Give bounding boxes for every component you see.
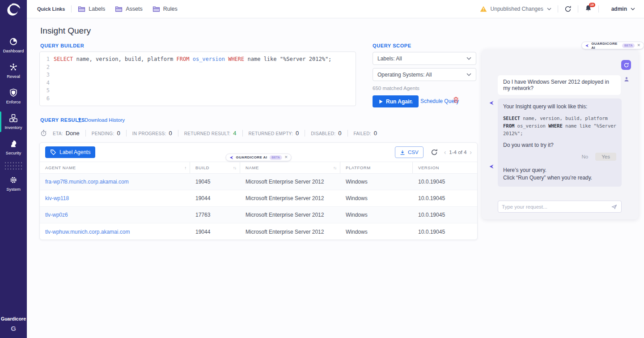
sidebar-item-label: Inventory	[4, 125, 22, 130]
sql-text: os_version	[514, 123, 548, 128]
guardicore-ai-pill[interactable]: GUARDICORE AI BETA ✕	[581, 42, 644, 49]
akamai-logo[interactable]	[0, 0, 27, 18]
trash-icon	[453, 96, 459, 103]
column-header-platform[interactable]: PLATFORM	[340, 162, 413, 173]
column-header-build[interactable]: BUILD↑↓	[190, 162, 240, 173]
sql-line: SELECT name, version, build, platform FR…	[54, 56, 331, 64]
ai-message-line: Here’s your query.	[503, 167, 616, 174]
sidebar-item-reveal[interactable]: Reveal	[0, 59, 27, 82]
nav-item-labels[interactable]: Labels	[78, 6, 105, 12]
page-previous-icon[interactable]: ‹	[444, 149, 446, 155]
divider	[347, 130, 348, 137]
operating-systems-dropdown[interactable]: Operating Systems: All	[373, 68, 476, 81]
close-icon[interactable]: ✕	[284, 155, 288, 159]
chevron-down-icon[interactable]	[631, 8, 635, 10]
query-builder-heading: QUERY BUILDER	[40, 43, 84, 48]
agent-link[interactable]: kiv-wp118	[45, 195, 69, 201]
play-icon	[378, 99, 383, 104]
label-agents-button[interactable]: Label Agents	[45, 146, 95, 158]
column-header-version[interactable]: VERSION	[413, 162, 477, 173]
folder-icon	[115, 6, 123, 12]
delete-query-button[interactable]	[453, 96, 459, 105]
schedule-query-link[interactable]: Schedule Query	[411, 98, 459, 104]
folder-icon	[78, 6, 85, 12]
ai-pill-brand: GUARDICORE AI	[236, 155, 267, 159]
refresh-results-button[interactable]	[431, 149, 438, 156]
send-button[interactable]	[611, 204, 618, 210]
sidebar-item-inventory[interactable]: Inventory	[0, 110, 27, 133]
stat-value: 0	[169, 130, 172, 137]
sidebar-item-enforce[interactable]: Enforce	[0, 85, 27, 108]
cell-platform: Windows	[340, 212, 413, 218]
ai-beta-badge: BETA	[622, 43, 635, 48]
agent-link[interactable]: tlv-wp0z6	[45, 212, 68, 218]
guardicore-ai-pill[interactable]: GUARDICORE AI BETA ✕	[226, 154, 292, 161]
sql-keyword: WHERE	[228, 56, 244, 62]
labels-dropdown[interactable]: Labels: All	[373, 52, 476, 65]
download-icon	[400, 150, 405, 155]
notifications-button[interactable]: 19	[585, 4, 592, 14]
nav-item-rules[interactable]: Rules	[153, 6, 178, 12]
top-bar-right: Unpublished Changes 19 admin	[480, 4, 635, 14]
ai-pill-brand: GUARDICORE AI	[591, 42, 620, 50]
cell-agent-name: tlv-wp0z6	[40, 212, 190, 218]
close-icon[interactable]: ✕	[637, 43, 640, 47]
ai-message-question: Do you want to try it?	[503, 141, 616, 149]
sql-keyword: FROM	[177, 56, 190, 62]
chat-input[interactable]	[502, 204, 611, 210]
table-row[interactable]: tlv-wphuw.munich.corp.akamai.com 19044 M…	[40, 223, 477, 240]
cell-build: 19045	[190, 179, 240, 185]
line-number: 6	[44, 95, 50, 103]
cell-build: 19044	[190, 195, 240, 201]
sidebar-item-label: Dashboard	[3, 48, 24, 53]
chevron-down-icon[interactable]	[547, 8, 551, 10]
cell-platform: Windows	[340, 195, 413, 201]
refresh-icon[interactable]	[564, 5, 572, 13]
refresh-icon	[431, 149, 438, 156]
table-row[interactable]: fra-wp7f8.munich.corp.akamai.com 19045 M…	[40, 174, 477, 190]
agent-link[interactable]: fra-wp7f8.munich.corp.akamai.com	[45, 179, 129, 185]
chevron-down-icon	[466, 57, 471, 60]
yes-button[interactable]: Yes	[595, 153, 616, 161]
query-scope-heading: QUERY SCOPE	[373, 43, 411, 48]
unpublished-changes-label[interactable]: Unpublished Changes	[491, 6, 543, 12]
restart-conversation-button[interactable]	[621, 60, 631, 70]
query-editor[interactable]: 1 SELECT name, version, build, platform …	[39, 51, 356, 106]
editor-line: 5	[44, 87, 351, 95]
stat-returned-result: RETURNED RESULT:4	[184, 130, 237, 137]
column-header-name[interactable]: NAME↑↓	[240, 162, 340, 173]
download-history-link[interactable]: Download History	[77, 117, 125, 123]
table-row[interactable]: kiv-wp118 19044 Microsoft Enterprise Ser…	[40, 190, 477, 207]
sort-both-icon: ↑↓	[233, 166, 236, 170]
ai-message-actions: No Yes	[503, 153, 616, 161]
stat-failed: FAILED:0	[354, 130, 377, 137]
export-csv-button[interactable]: CSV	[395, 146, 424, 158]
table-row[interactable]: tlv-wp0z6 17763 Microsoft Enterprise Ser…	[40, 207, 477, 223]
cell-agent-name: fra-wp7f8.munich.corp.akamai.com	[40, 179, 190, 185]
pagination: ‹ 1-4 of 4 ›	[444, 149, 472, 155]
stat-label: DISABLED:	[311, 131, 335, 136]
sidebar-item-system[interactable]: System	[0, 172, 27, 195]
quick-links-label[interactable]: Quick Links	[37, 6, 65, 12]
stat-label: FAILED:	[354, 131, 371, 136]
akamai-swirl-icon	[5, 2, 21, 17]
user-menu-label[interactable]: admin	[611, 6, 627, 12]
no-button[interactable]: No	[582, 154, 589, 159]
sidebar-item-security[interactable]: Security	[0, 136, 27, 159]
sidebar-item-dashboard[interactable]: Dashboard	[0, 34, 27, 57]
editor-line: 1 SELECT name, version, build, platform …	[44, 56, 351, 64]
nav-item-assets[interactable]: Assets	[115, 6, 143, 12]
gear-icon	[9, 175, 18, 184]
ai-icon	[585, 43, 589, 48]
chat-input-container	[498, 201, 622, 213]
cell-name: Microsoft Enterprise Server 2012	[240, 229, 340, 235]
main-content: Insight Query QUERY BUILDER 1 SELECT nam…	[27, 18, 644, 338]
stat-value: 0	[338, 130, 341, 137]
column-header-agent-name[interactable]: AGENT NAME↑	[40, 162, 190, 173]
page-next-icon[interactable]: ›	[470, 149, 472, 155]
sidebar-item-label: Security	[6, 150, 21, 155]
guardicore-brand-label: Guardicore	[0, 316, 27, 321]
cell-version: 10.0.19045	[413, 195, 477, 201]
sidebar-item-label: Enforce	[6, 99, 21, 104]
agent-link[interactable]: tlv-wphuw.munich.corp.akamai.com	[45, 229, 130, 235]
